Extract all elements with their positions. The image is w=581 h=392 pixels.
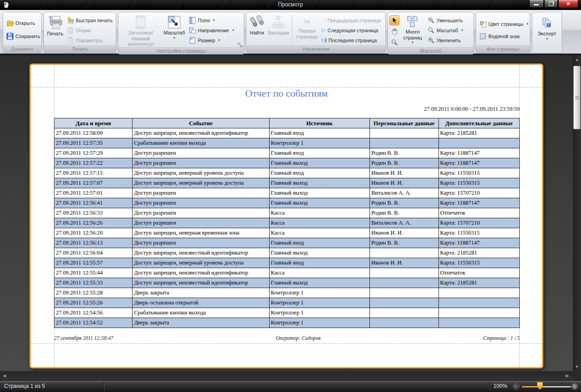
previous-page-button[interactable]: ◁ Предыдущая страница xyxy=(320,15,383,25)
horizontal-scrollbar[interactable]: ◀ ▶ xyxy=(0,371,573,380)
table-cell: Карта: 15707210 xyxy=(438,218,519,228)
table-cell xyxy=(369,288,438,298)
vertical-scrollbar[interactable]: ▲ ▼ xyxy=(573,55,581,371)
table-cell: Касса xyxy=(269,228,369,238)
print-button[interactable]: ? Печать xyxy=(45,14,65,37)
pointer-tool-button[interactable] xyxy=(389,15,399,25)
ribbon: Открыть Сохранить Документ ? Печать xyxy=(0,10,581,55)
size-button[interactable]: Размер xyxy=(187,35,236,45)
zoom-out-slider-button[interactable]: − xyxy=(513,383,519,390)
table-cell: 27.09.2011 12:55:26 xyxy=(54,298,133,308)
previous-page-icon: ◁ xyxy=(322,18,325,23)
table-cell: Доступ запрещен, неизвестный идентификат… xyxy=(133,128,269,138)
scroll-left-icon[interactable]: ◀ xyxy=(1,372,8,379)
table-row: 27.09.2011 12:57:22Доступ разрешенГлавны… xyxy=(54,158,520,168)
vertical-scrollbar-thumb[interactable] xyxy=(573,66,581,129)
quick-print-button[interactable]: Быстрая печать xyxy=(65,15,114,25)
close-button[interactable] xyxy=(558,0,578,8)
table-row: 27.09.2011 12:56:41Доступ разрешенГлавны… xyxy=(54,198,520,208)
table-cell: Карта: 11887147 xyxy=(438,158,519,168)
table-cell: Главный выход xyxy=(269,248,369,258)
scroll-down-icon[interactable]: ▼ xyxy=(573,363,581,370)
statusbar-separator-right xyxy=(489,382,490,391)
table-cell: Иванов И. И. xyxy=(369,258,438,268)
report-footer: 27 сентября 2011 12:58:47 Оператор: Сидо… xyxy=(54,335,520,341)
restore-button[interactable] xyxy=(544,0,558,8)
page-color-icon xyxy=(479,20,487,28)
next-page-button[interactable]: ▷ Следующая страница xyxy=(320,25,383,35)
table-cell: Карта: 11550315 xyxy=(438,258,519,268)
table-cell: Доступ запрещен, неверный уровень доступ… xyxy=(133,168,269,178)
table-cell: 27.09.2011 12:57:35 xyxy=(54,138,133,148)
svg-text:?: ? xyxy=(69,39,72,43)
margins-button[interactable]: Поля xyxy=(187,15,236,25)
minimize-button[interactable] xyxy=(529,0,544,8)
scroll-up-icon[interactable]: ▲ xyxy=(573,56,581,63)
bookmarks-label: Закладки xyxy=(267,30,289,36)
export-button[interactable]: Экспорт ▾ xyxy=(534,14,560,40)
pointer-cursor-icon xyxy=(391,17,398,24)
orientation-button[interactable]: Направление xyxy=(187,25,236,35)
zoom-in-button[interactable]: Увеличить xyxy=(426,35,465,45)
orientation-icon xyxy=(189,27,196,34)
header-footer-button[interactable]: Заголовок/Нижний колонтитул xyxy=(120,14,162,47)
zoom-in-slider-button[interactable]: + xyxy=(571,383,578,390)
table-cell: 27.09.2011 12:55:33 xyxy=(54,278,133,288)
table-cell: Срабатывание кнопки выхода xyxy=(133,138,269,148)
ribbon-group-page-background-label: Фон страницы xyxy=(476,45,530,53)
find-button[interactable]: Найти xyxy=(248,14,266,36)
table-header-row: Дата и времяСобытиеИсточникПерсональные … xyxy=(54,118,520,128)
table-cell: Карта: 11887147 xyxy=(438,148,519,158)
zoom-tool-button[interactable] xyxy=(389,37,399,47)
margins-label: Поля xyxy=(198,18,210,23)
page-setup-dialog-launcher-icon[interactable] xyxy=(237,41,243,47)
multiple-pages-button[interactable]: Много страниц ▾ xyxy=(399,14,426,44)
zoom-slider-thumb[interactable] xyxy=(537,382,543,390)
zoom-out-button[interactable]: Уменьшить xyxy=(426,15,465,25)
table-cell: Главный выход xyxy=(269,158,369,168)
open-button[interactable]: Открыть xyxy=(5,18,42,28)
ribbon-group-zoom: Много страниц ▾ Уменьшить Масштаб xyxy=(388,12,474,53)
options-button[interactable]: Опции xyxy=(65,25,114,35)
report-table: Дата и времяСобытиеИсточникПерсональные … xyxy=(54,118,520,328)
scale-button[interactable]: Масштаб ▾ xyxy=(162,14,187,39)
magnifier-icon xyxy=(391,39,398,46)
zoom-level-label: Масштаб xyxy=(437,28,458,33)
multiple-pages-label: Много страниц xyxy=(400,29,425,40)
scale-button-label: Масштаб xyxy=(163,30,185,36)
zoom-icon xyxy=(428,27,435,34)
hand-tool-button[interactable] xyxy=(389,26,399,36)
zoom-slider-track[interactable] xyxy=(522,386,571,387)
table-cell xyxy=(438,288,519,298)
table-row: 27.09.2011 12:54:56Срабатывание кнопки в… xyxy=(54,308,520,318)
ribbon-group-document: Открыть Сохранить Документ xyxy=(3,12,42,53)
zoom-out-icon xyxy=(428,17,435,24)
parameters-icon: ? xyxy=(67,37,74,44)
watermark-button[interactable]: Водяной знак xyxy=(478,31,530,41)
table-row: 27.09.2011 12:56:04Доступ запрещен, неиз… xyxy=(54,248,520,258)
table-cell: Виталисов А. А. xyxy=(369,218,438,228)
document-area: Отчет по событиям 27.09.2011 0:00:00 - 2… xyxy=(0,55,581,380)
table-cell: 27.09.2011 12:56:04 xyxy=(54,248,133,258)
table-cell: Дверь оставлена открытой xyxy=(133,298,269,308)
zoom-level-button[interactable]: Масштаб xyxy=(426,25,465,35)
table-row: 27.09.2011 12:57:29Доступ разрешенГлавны… xyxy=(54,148,520,158)
table-cell xyxy=(369,308,438,318)
table-row: 27.09.2011 12:57:15Доступ запрещен, неве… xyxy=(54,168,520,178)
table-row: 27.09.2011 12:55:57Доступ запрещен, неве… xyxy=(54,258,520,268)
scroll-right-icon[interactable]: ▶ xyxy=(564,372,571,379)
open-folder-icon xyxy=(6,20,14,27)
parameters-button[interactable]: ? Параметры xyxy=(65,35,114,45)
page-indicator: Страница 1 из 5 xyxy=(4,383,45,389)
table-cell: 27.09.2011 12:54:56 xyxy=(54,308,133,318)
last-page-button[interactable]: ▷ Последняя страница xyxy=(320,35,383,45)
save-button[interactable]: Сохранить xyxy=(5,31,42,41)
window-title: Просмотр xyxy=(0,1,581,8)
first-page-button[interactable]: ◀ Первая страница xyxy=(294,14,320,39)
table-cell: Карта: 2185281 xyxy=(438,128,519,138)
bookmarks-button[interactable]: Закладки xyxy=(266,14,290,36)
table-cell: Контроллер 1 xyxy=(269,288,369,298)
page-color-button[interactable]: Цвет страницы xyxy=(478,19,530,29)
table-header-cell: Дополнительные данные xyxy=(438,118,519,128)
table-cell: 27.09.2011 12:55:57 xyxy=(54,258,133,268)
